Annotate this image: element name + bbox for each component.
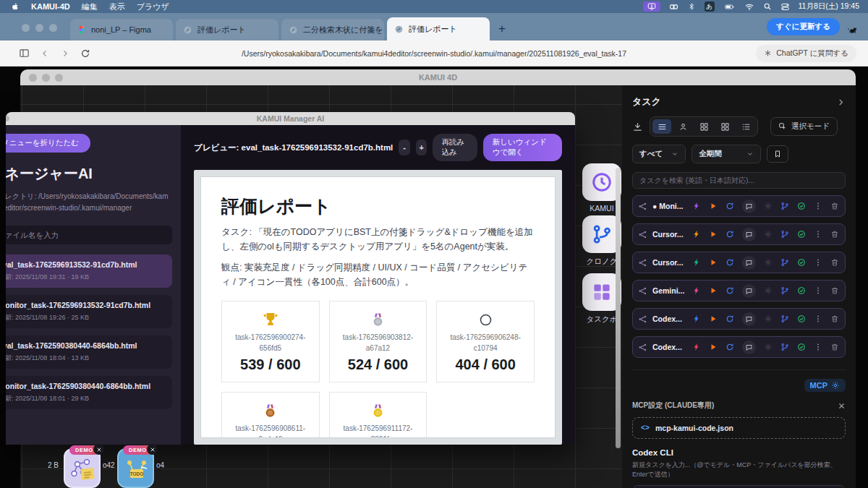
- chevron-right-icon[interactable]: [836, 98, 846, 107]
- file-item-monitor-2[interactable]: monitor_task-1762590380440-6864bb.html 更…: [6, 376, 172, 409]
- gear-icon[interactable]: [764, 286, 773, 295]
- kebab-menu-icon[interactable]: [814, 343, 822, 351]
- comment-button[interactable]: [742, 200, 756, 213]
- comment-button[interactable]: [742, 256, 756, 270]
- close-demo-button[interactable]: [93, 444, 104, 455]
- mcp-config-file[interactable]: <> mcp-kamui-code.json: [632, 417, 846, 439]
- check-circle-icon[interactable]: [797, 286, 806, 295]
- collapse-menu-button[interactable]: メニューを折りたたむ: [6, 134, 90, 153]
- sidebar-toggle-icon[interactable]: [19, 48, 30, 59]
- screen-share-status[interactable]: [643, 1, 660, 12]
- bolt-icon[interactable]: [692, 286, 701, 295]
- branch-icon[interactable]: [780, 314, 789, 323]
- agent-view-button[interactable]: [673, 119, 692, 134]
- comment-button[interactable]: [742, 284, 756, 298]
- manager-titlebar[interactable]: KAMUI Manager AI: [6, 112, 575, 125]
- zoom-in-button[interactable]: +: [416, 140, 427, 155]
- file-item-eval-selected[interactable]: eval_task-1762596913532-91cd7b.html 更新: …: [6, 254, 172, 288]
- detail-view-button[interactable]: [736, 119, 755, 134]
- file-item-eval-2[interactable]: eval_task-1762590380440-6864bb.html 更新: …: [6, 335, 172, 369]
- kebab-menu-icon[interactable]: [814, 230, 822, 239]
- refresh-icon[interactable]: [726, 343, 734, 351]
- menubar-clock[interactable]: 11月8日(土) 19:45: [799, 1, 859, 12]
- kebab-menu-icon[interactable]: [814, 314, 822, 323]
- trash-icon[interactable]: [830, 314, 839, 323]
- grid-view-button[interactable]: [694, 119, 713, 134]
- menu-browser[interactable]: ブラウザ: [137, 1, 169, 12]
- close-demo-button[interactable]: [147, 444, 158, 455]
- trash-icon[interactable]: [830, 258, 839, 267]
- branch-icon[interactable]: [780, 343, 789, 351]
- zoom-window-button[interactable]: [49, 24, 57, 32]
- new-task-textarea[interactable]: [632, 485, 846, 488]
- branch-icon[interactable]: [780, 202, 789, 210]
- shortcuts-icon[interactable]: [669, 2, 678, 12]
- control-center-icon[interactable]: [780, 2, 790, 12]
- close-window-button[interactable]: [22, 24, 30, 32]
- mcp-chip[interactable]: MCP: [804, 379, 846, 392]
- task-row-cursor-2[interactable]: Cursor...: [632, 252, 846, 273]
- menu-view[interactable]: 表示: [109, 1, 125, 12]
- kebab-menu-icon[interactable]: [814, 258, 822, 267]
- chatgpt-button[interactable]: ChatGPT に質問する: [756, 45, 856, 62]
- refresh-icon[interactable]: [726, 202, 734, 210]
- open-in-new-window-button[interactable]: 新しいウィンドウで開く: [483, 134, 562, 161]
- comment-button[interactable]: [742, 341, 756, 354]
- branch-icon[interactable]: [780, 286, 789, 295]
- board-view-button[interactable]: [715, 119, 734, 134]
- play-icon[interactable]: [709, 343, 718, 351]
- trash-icon[interactable]: [830, 230, 839, 239]
- tab-bst-notes[interactable]: 二分検索木状に付箋を: [281, 19, 384, 40]
- comment-button[interactable]: [742, 228, 756, 241]
- spotlight-search-icon[interactable]: [763, 2, 772, 11]
- play-icon[interactable]: [709, 258, 718, 267]
- tab-figma[interactable]: noni_LP – Figma: [70, 19, 173, 40]
- trash-icon[interactable]: [830, 202, 839, 210]
- branch-icon[interactable]: [780, 258, 789, 267]
- filename-input[interactable]: [6, 226, 172, 244]
- ime-indicator[interactable]: あ: [705, 1, 715, 12]
- task-row-codex-1[interactable]: Codex...: [632, 308, 846, 330]
- close-icon[interactable]: [838, 402, 846, 410]
- update-now-button[interactable]: すぐに更新する: [767, 18, 840, 35]
- minimize-window-button[interactable]: [35, 24, 43, 32]
- check-circle-icon[interactable]: [797, 230, 806, 239]
- task-row-cursor-1[interactable]: Cursor...: [632, 223, 846, 245]
- refresh-icon[interactable]: [726, 286, 734, 295]
- demo-window-bst[interactable]: DEMO: [64, 448, 101, 488]
- trash-icon[interactable]: [830, 343, 839, 351]
- demo-window-todo[interactable]: DEMO: [117, 448, 154, 488]
- branch-icon[interactable]: [780, 230, 789, 239]
- trash-icon[interactable]: [830, 286, 839, 295]
- task-row-monitor[interactable]: ● Moni...: [632, 195, 846, 217]
- file-item-monitor[interactable]: monitor_task-1762596913532-91cd7b.html 更…: [6, 295, 172, 328]
- reload-icon[interactable]: [80, 48, 90, 59]
- refresh-icon[interactable]: [726, 314, 734, 323]
- scrollbar[interactable]: [616, 168, 621, 448]
- tab-eval-report-active[interactable]: 評価レポート: [387, 17, 490, 40]
- gear-icon[interactable]: [764, 314, 773, 323]
- kebab-menu-icon[interactable]: [814, 202, 822, 210]
- download-icon[interactable]: [632, 121, 643, 132]
- play-icon[interactable]: [709, 230, 718, 239]
- bolt-icon[interactable]: [692, 258, 701, 267]
- kamui-window-titlebar[interactable]: KAMUI 4D: [20, 69, 856, 85]
- bolt-icon[interactable]: [692, 202, 701, 210]
- zoom-out-button[interactable]: -: [399, 140, 410, 155]
- gear-icon[interactable]: [764, 343, 773, 351]
- refresh-icon[interactable]: [726, 230, 734, 239]
- kebab-menu-icon[interactable]: [814, 286, 822, 295]
- scope-filter-dropdown[interactable]: すべて: [632, 145, 686, 163]
- task-row-gemini[interactable]: Gemini...: [632, 280, 846, 301]
- check-circle-icon[interactable]: [797, 258, 806, 267]
- cat-icon[interactable]: [847, 24, 858, 35]
- back-icon[interactable]: [40, 48, 50, 59]
- check-circle-icon[interactable]: [797, 343, 806, 351]
- battery-icon[interactable]: [723, 2, 736, 12]
- reload-preview-button[interactable]: 再読み込み: [433, 134, 477, 161]
- wifi-icon[interactable]: [744, 2, 754, 12]
- play-icon[interactable]: [709, 314, 718, 323]
- task-row-codex-2[interactable]: Codex...: [632, 336, 846, 358]
- gear-icon[interactable]: [764, 202, 773, 210]
- menubar-app-name[interactable]: KAMUI-4D: [31, 2, 70, 11]
